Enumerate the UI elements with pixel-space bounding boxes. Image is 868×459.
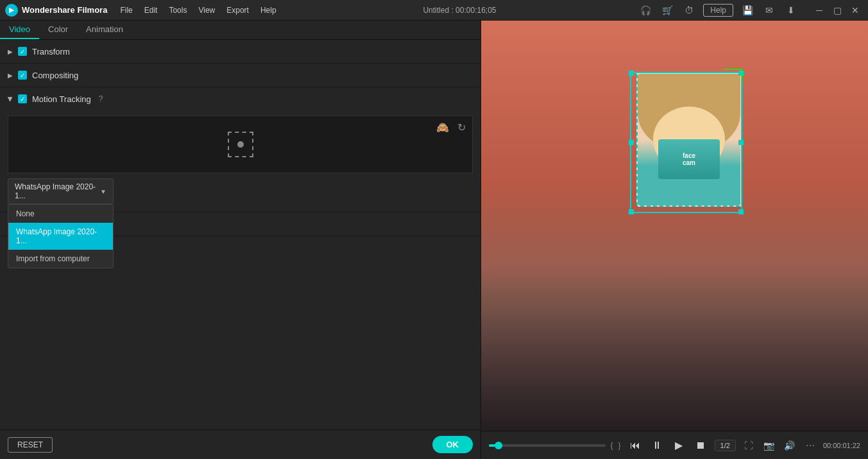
motion-tracking-help-icon[interactable]: ? [99, 94, 103, 103]
snapshot-icon[interactable]: 📷 [762, 438, 777, 453]
stop-button[interactable]: ⏹ [692, 437, 710, 455]
titlebar: ▶ Wondershare Filmora File Edit Tools Vi… [0, 0, 868, 21]
menu-edit[interactable]: Edit [139, 4, 163, 16]
transform-arrow-icon: ▶ [8, 48, 13, 55]
compositing-checkbox[interactable]: ✓ [18, 71, 27, 80]
progress-bar[interactable] [489, 444, 606, 447]
property-tabs: Video Color Animation [0, 21, 481, 40]
preview-corner-marker [723, 69, 742, 82]
clock-icon[interactable]: ⏱ [681, 3, 697, 18]
mt-dropdown-menu: None WhatsApp Image 2020-1... Import fro… [8, 204, 114, 268]
minimize-button[interactable]: ─ [812, 3, 827, 18]
tab-animation[interactable]: Animation [77, 21, 132, 39]
tab-video[interactable]: Video [0, 21, 39, 39]
reset-button[interactable]: RESET [8, 437, 53, 453]
bottom-toolbar: RESET OK [0, 429, 481, 459]
mt-dropdown-button[interactable]: WhatsApp Image 2020-1... ▼ [8, 178, 114, 204]
avatar-shirt: facecam [658, 139, 720, 179]
mt-preview-area: 🙈 ↻ [8, 116, 473, 173]
audio-icon[interactable]: 🔊 [782, 438, 797, 453]
menu-tools[interactable]: Tools [164, 4, 192, 16]
menu-view[interactable]: View [193, 4, 220, 16]
app-logo: ▶ Wondershare Filmora [5, 4, 107, 17]
full-screen-icon[interactable]: ⛶ [741, 438, 756, 453]
save-icon[interactable]: 💾 [740, 3, 755, 18]
download-icon[interactable]: ⬇ [783, 3, 799, 18]
step-back-button[interactable]: ⏮ [626, 437, 644, 455]
speed-button[interactable]: 1/2 [715, 440, 736, 451]
main-layout: Video Color Animation ▶ ✓ Transform ▶ ✓ … [0, 21, 868, 459]
logo-icon: ▶ [5, 4, 18, 17]
titlebar-actions: 🎧 🛒 ⏱ Help 💾 ✉ ⬇ [638, 3, 799, 18]
left-panel: Video Color Animation ▶ ✓ Transform ▶ ✓ … [0, 21, 481, 459]
mt-option-none[interactable]: None [8, 205, 113, 223]
time-bracket-right: } [618, 441, 621, 450]
app-name: Wondershare Filmora [22, 5, 107, 15]
mail-icon[interactable]: ✉ [762, 3, 777, 18]
cart-icon[interactable]: 🛒 [660, 3, 675, 18]
transform-title: Transform [32, 47, 70, 56]
mt-option-whatsapp[interactable]: WhatsApp Image 2020-1... [8, 223, 113, 250]
motion-tracking-checkbox[interactable]: ✓ [18, 94, 27, 103]
mt-option-import[interactable]: Import from computer [8, 250, 113, 268]
section-compositing: ▶ ✓ Compositing [0, 64, 481, 87]
preview-area: facecam [481, 21, 868, 431]
section-compositing-header[interactable]: ▶ ✓ Compositing [0, 64, 481, 87]
preview-crowd-overlay [481, 266, 868, 431]
close-button[interactable]: ✕ [847, 3, 863, 18]
tab-color[interactable]: Color [39, 21, 77, 39]
avatar-image: facecam [638, 74, 740, 205]
playback-bar: { } ⏮ ⏸ ▶ ⏹ 1/2 ⛶ 📷 🔊 ⋯ 00:00:01:22 [481, 431, 868, 459]
section-transform: ▶ ✓ Transform [0, 40, 481, 64]
more-icon[interactable]: ⋯ [803, 438, 818, 453]
motion-tracking-arrow-icon: ▶ [7, 96, 14, 101]
motion-tracking-title: Motion Tracking [32, 94, 91, 104]
compositing-title: Compositing [32, 71, 78, 80]
menu-file[interactable]: File [115, 4, 137, 16]
section-transform-header[interactable]: ▶ ✓ Transform [0, 40, 481, 63]
transform-checkbox[interactable]: ✓ [18, 47, 27, 56]
login-button[interactable]: Help [703, 4, 733, 17]
motion-tracking-content: 🙈 ↻ WhatsApp Image 2020-1... ▼ None What… [0, 110, 481, 212]
play-button[interactable]: ▶ [670, 437, 688, 455]
menu-help[interactable]: Help [255, 4, 282, 16]
menu-export[interactable]: Export [221, 4, 254, 16]
mt-refresh-icon[interactable]: ↻ [457, 121, 466, 134]
headphone-icon[interactable]: 🎧 [638, 3, 653, 18]
playback-controls: ⏮ ⏸ ▶ ⏹ [626, 437, 710, 455]
time-bracket-left: { [611, 441, 613, 450]
right-panel: facecam [481, 21, 868, 459]
dropdown-arrow-icon: ▼ [100, 188, 106, 195]
properties-panel: ▶ ✓ Transform ▶ ✓ Compositing ▶ ✓ Motion [0, 40, 481, 429]
preview-background: facecam [481, 21, 868, 431]
mt-crosshair [228, 132, 253, 157]
step-frame-back-button[interactable]: ⏸ [648, 437, 666, 455]
section-motion-tracking: ▶ ✓ Motion Tracking ? 🙈 ↻ What [0, 87, 481, 212]
preview-avatar-clip[interactable]: facecam [636, 72, 742, 207]
compositing-arrow-icon: ▶ [8, 72, 13, 79]
section-motion-tracking-header[interactable]: ▶ ✓ Motion Tracking ? [0, 87, 481, 110]
playback-extras: ⛶ 📷 🔊 ⋯ [741, 438, 818, 453]
mt-eye-icon[interactable]: 🙈 [436, 121, 449, 134]
window-controls: ─ ▢ ✕ [812, 3, 863, 18]
mt-dropdown-container: WhatsApp Image 2020-1... ▼ None WhatsApp… [8, 178, 473, 204]
menu-bar: File Edit Tools View Export Help [115, 4, 281, 16]
maximize-button[interactable]: ▢ [830, 3, 845, 18]
playback-timestamp: 00:00:01:22 [823, 442, 860, 449]
window-title: Untitled : 00:00:16;05 [289, 6, 631, 15]
ok-button[interactable]: OK [432, 436, 473, 453]
progress-thumb[interactable] [495, 442, 502, 449]
mt-dropdown-value: WhatsApp Image 2020-1... [15, 182, 100, 200]
